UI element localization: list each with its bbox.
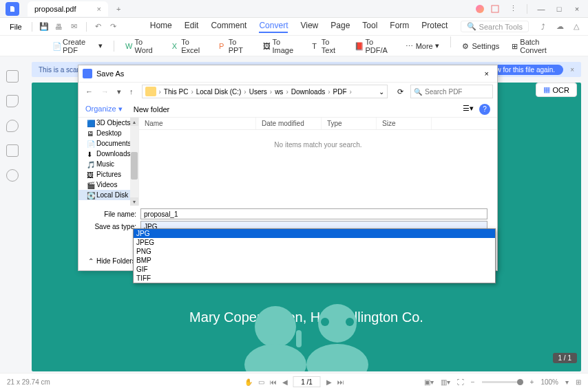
tree-item[interactable]: 🎬Videos (78, 180, 138, 190)
tree-item[interactable]: 🎵Music (78, 159, 138, 169)
type-column[interactable]: Type (322, 118, 377, 129)
scroll-thumb[interactable] (131, 152, 138, 180)
fit-icon[interactable]: ⛶ (457, 378, 464, 386)
filetype-option[interactable]: JPG (134, 229, 495, 238)
breadcrumb-item[interactable]: ws (275, 88, 283, 96)
attachments-icon[interactable] (6, 144, 19, 157)
tree-item[interactable]: 🖼Pictures (78, 169, 138, 180)
to-text-button[interactable]: TTo Text (308, 36, 346, 56)
filename-input[interactable] (140, 208, 487, 219)
help-icon[interactable]: △ (570, 21, 582, 33)
batch-convert-button[interactable]: ⊞Batch Convert (507, 36, 560, 56)
undo-icon[interactable]: ↶ (92, 21, 105, 33)
filetype-option[interactable]: JPEG (134, 238, 495, 247)
close-tab-icon[interactable]: × (97, 5, 101, 13)
breadcrumb-item[interactable]: PDF (333, 88, 347, 96)
up-button[interactable]: ↑ (127, 87, 136, 96)
folder-tree[interactable]: 🟦3D Objects🖥Desktop📄Documents⬇Downloads🎵… (78, 118, 139, 206)
zoom-out-icon[interactable]: − (471, 378, 475, 386)
scroll-down-icon[interactable]: ▾ (130, 197, 138, 206)
refresh-button[interactable]: ⟳ (393, 87, 408, 96)
mail-icon[interactable]: ✉ (68, 21, 81, 33)
view-mode-icon[interactable]: ▣▾ (424, 378, 434, 386)
ocr-floating-button[interactable]: ▦ OCR (536, 83, 577, 97)
next-page-icon[interactable]: ▶ (326, 378, 332, 386)
page-input[interactable] (293, 376, 321, 387)
create-pdf-button[interactable]: 📄Create PDF ▾ (48, 36, 107, 56)
dialog-search[interactable]: 🔍 (410, 85, 493, 98)
document-tab[interactable]: proposal.pdf × (28, 1, 108, 17)
prev-page-icon[interactable]: ◀ (282, 378, 288, 386)
redo-icon[interactable]: ↷ (107, 21, 120, 33)
more-button[interactable]: ⋯More ▾ (401, 40, 443, 52)
forward-button[interactable]: → (98, 87, 112, 96)
menu-tab-form[interactable]: Form (390, 21, 409, 33)
menu-tab-page[interactable]: Page (330, 21, 350, 33)
select-tool-icon[interactable]: ▭ (258, 378, 264, 386)
user-avatar[interactable] (476, 5, 484, 13)
organize-button[interactable]: Organize ▾ (85, 105, 123, 113)
help-button[interactable]: ? (479, 104, 490, 115)
address-dropdown-icon[interactable]: ⌄ (379, 88, 384, 96)
filetype-option[interactable]: PNG (134, 247, 495, 256)
dialog-close-button[interactable]: × (481, 69, 493, 78)
file-menu[interactable]: File (6, 21, 26, 32)
breadcrumb-item[interactable]: This PC (164, 88, 189, 96)
address-bar[interactable]: › This PC›Local Disk (C:)›Users›ws›Downl… (142, 85, 388, 98)
date-column[interactable]: Date modified (256, 118, 322, 129)
search-panel-icon[interactable] (6, 169, 19, 182)
size-column[interactable]: Size (377, 118, 432, 129)
first-page-icon[interactable]: ⏮ (270, 378, 277, 386)
zoom-dropdown-icon[interactable]: ▾ (565, 378, 569, 386)
zoom-slider[interactable] (482, 381, 523, 383)
search-tools[interactable]: 🔍 Search Tools (461, 21, 529, 32)
menu-tab-protect[interactable]: Protect (421, 21, 448, 33)
new-folder-button[interactable]: New folder (134, 105, 170, 113)
filetype-option[interactable]: GIF (134, 265, 495, 274)
back-button[interactable]: ← (83, 87, 96, 96)
menu-tab-tool[interactable]: Tool (362, 21, 377, 33)
tree-item[interactable]: 💽Local Disk (C:) (78, 190, 138, 200)
search-input[interactable] (425, 88, 487, 96)
menu-icon[interactable]: ⋮ (506, 2, 520, 16)
fullscreen-icon[interactable]: ⊞ (576, 378, 581, 386)
to-pdfa-button[interactable]: 📕To PDF/A (350, 36, 397, 56)
breadcrumb-item[interactable]: Local Disk (C:) (196, 88, 242, 96)
scroll-up-icon[interactable]: ▴ (130, 118, 138, 126)
breadcrumb-item[interactable]: Downloads (291, 88, 325, 96)
view-options-button[interactable]: ☰▾ (463, 104, 474, 115)
history-dropdown[interactable]: ▾ (114, 87, 124, 96)
to-word-button[interactable]: WTo Word (121, 36, 164, 56)
tree-item[interactable]: 📄Documents (78, 138, 138, 149)
close-button[interactable]: × (570, 2, 584, 16)
new-tab-button[interactable]: + (112, 5, 125, 13)
menu-tab-edit[interactable]: Edit (185, 21, 199, 33)
notification-icon[interactable] (488, 2, 502, 16)
minimize-button[interactable]: — (534, 2, 548, 16)
to-image-button[interactable]: 🖼To Image (259, 36, 304, 56)
filetype-option[interactable]: BMP (134, 256, 495, 265)
to-ppt-button[interactable]: PTo PPT (215, 36, 254, 56)
hide-folders-button[interactable]: ⌃ Hide Folders (88, 257, 136, 265)
menu-tab-convert[interactable]: Convert (259, 21, 288, 33)
settings-button[interactable]: ⚙Settings (458, 36, 504, 56)
tree-item[interactable]: 🟦3D Objects (78, 118, 138, 128)
close-banner-icon[interactable]: × (570, 66, 574, 74)
menu-tab-view[interactable]: View (300, 21, 318, 33)
tree-item[interactable]: ⬇Downloads (78, 149, 138, 159)
zoom-in-icon[interactable]: + (530, 378, 534, 386)
bookmarks-icon[interactable] (6, 95, 19, 107)
share-icon[interactable]: ⤴ (537, 21, 549, 33)
to-excel-button[interactable]: XTo Excel (168, 36, 211, 56)
layout-icon[interactable]: ▥▾ (441, 378, 450, 386)
name-column[interactable]: Name (139, 118, 256, 129)
menu-tab-comment[interactable]: Comment (211, 21, 246, 33)
save-icon[interactable]: 💾 (38, 21, 50, 33)
maximize-button[interactable]: □ (552, 2, 566, 16)
hand-tool-icon[interactable]: ✋ (244, 378, 253, 386)
print-icon[interactable]: 🖶 (53, 21, 65, 33)
thumbnails-icon[interactable] (6, 70, 19, 83)
menu-tab-home[interactable]: Home (150, 21, 172, 33)
comments-icon[interactable] (6, 120, 19, 132)
last-page-icon[interactable]: ⏭ (337, 378, 344, 386)
